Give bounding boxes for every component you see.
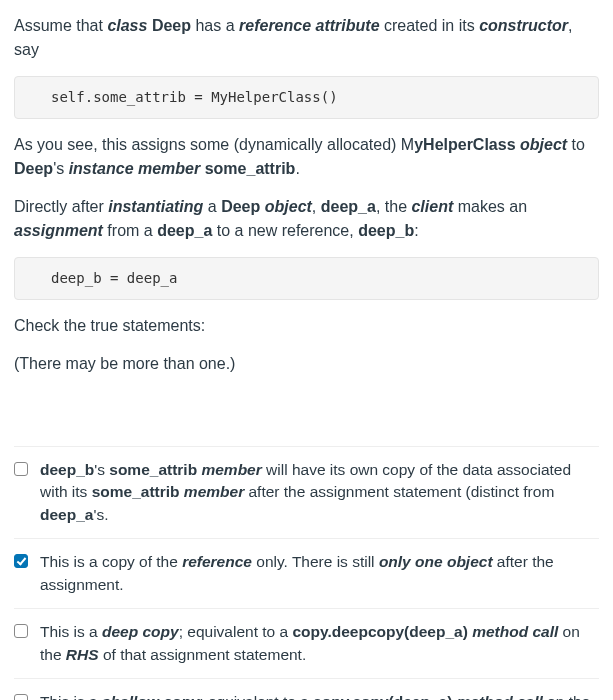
checkbox-icon[interactable] xyxy=(14,694,28,700)
options-list: deep_b's some_attrib member will have it… xyxy=(14,446,599,700)
option-row[interactable]: This is a copy of the reference only. Th… xyxy=(14,539,599,609)
checkbox-icon[interactable] xyxy=(14,554,28,568)
option-row[interactable]: This is a shallow copy; equivalent to a … xyxy=(14,679,599,700)
option-text: This is a copy of the reference only. Th… xyxy=(40,551,599,596)
prompt-line-1: Check the true statements: xyxy=(14,314,599,338)
prompt-line-2: (There may be more than one.) xyxy=(14,352,599,376)
code-block-2: deep_b = deep_a xyxy=(14,257,599,300)
option-text: This is a deep copy; equivalent to a cop… xyxy=(40,621,599,666)
option-text: deep_b's some_attrib member will have it… xyxy=(40,459,599,526)
para-3: Directly after instantiating a Deep obje… xyxy=(14,195,599,243)
option-row[interactable]: This is a deep copy; equivalent to a cop… xyxy=(14,609,599,679)
intro-paragraph: Assume that class Deep has a reference a… xyxy=(14,14,599,62)
option-text: This is a shallow copy; equivalent to a … xyxy=(40,691,599,700)
checkbox-icon[interactable] xyxy=(14,462,28,476)
code-block-1: self.some_attrib = MyHelperClass() xyxy=(14,76,599,119)
para-2: As you see, this assigns some (dynamical… xyxy=(14,133,599,181)
checkbox-icon[interactable] xyxy=(14,624,28,638)
option-row[interactable]: deep_b's some_attrib member will have it… xyxy=(14,446,599,539)
